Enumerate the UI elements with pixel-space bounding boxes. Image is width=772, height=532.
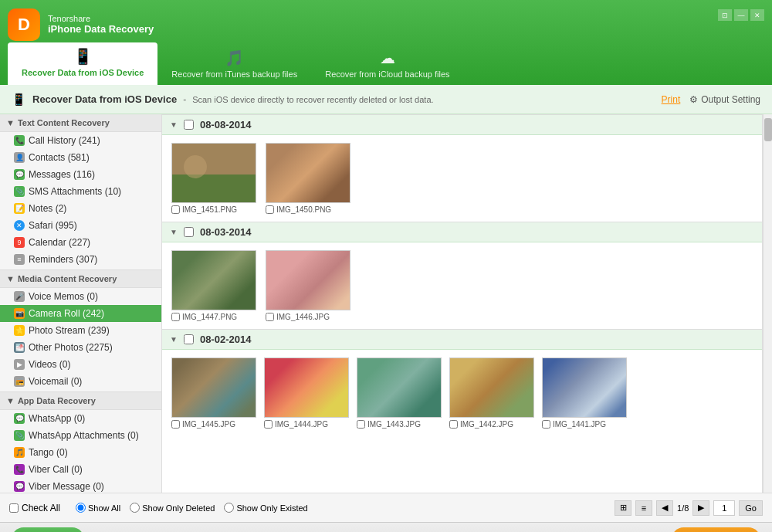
photo-thumb[interactable]	[266, 250, 350, 310]
page-title: Recover Data from iOS Device	[32, 93, 177, 105]
photo-label: IMG_1451.PNG	[171, 205, 256, 214]
date-checkbox-1[interactable]	[184, 120, 194, 130]
photo-checkbox[interactable]	[264, 420, 273, 429]
print-link[interactable]: Print	[662, 94, 681, 105]
photo-thumb[interactable]	[264, 357, 349, 418]
sidebar-item-voice-memos[interactable]: 🎤 Voice Memos (0)	[0, 288, 161, 305]
photo-thumb[interactable]	[171, 143, 256, 203]
check-all-label[interactable]: Check All	[9, 503, 60, 513]
sms-icon: 📎	[14, 186, 25, 197]
sidebar-item-voicemail[interactable]: 📻 Voicemail (0)	[0, 373, 161, 390]
photo-item: IMG_1447.PNG	[171, 250, 256, 321]
sidebar-item-reminders[interactable]: ≡ Reminders (307)	[0, 251, 161, 268]
gear-icon: ⚙	[689, 94, 698, 105]
sidebar-item-contacts[interactable]: 👤 Contacts (581)	[0, 149, 161, 166]
photo-checkbox[interactable]	[357, 420, 365, 429]
show-deleted-radio[interactable]: Show Only Deleted	[130, 503, 215, 513]
restore-button[interactable]: ⊡	[718, 9, 732, 21]
scrollbar[interactable]	[763, 114, 772, 493]
page-description: Scan iOS device directly to recover rece…	[192, 95, 433, 104]
sidebar-section-app[interactable]: ▼ App Data Recovery	[0, 391, 161, 410]
ios-icon: 📱	[73, 47, 93, 66]
icloud-icon: ☁	[380, 49, 395, 67]
photo-checkbox[interactable]	[266, 313, 274, 321]
tab-icloud[interactable]: ☁ Recover from iCloud backup files	[311, 44, 463, 85]
reminders-icon: ≡	[14, 254, 25, 265]
show-all-radio[interactable]: Show All	[76, 503, 120, 513]
sidebar-item-photo-stream[interactable]: 🌟 Photo Stream (239)	[0, 322, 161, 339]
date-header-3: ▼ 08-02-2014	[162, 329, 762, 350]
photo-thumb[interactable]	[171, 357, 256, 418]
sidebar-item-videos[interactable]: ▶ Videos (0)	[0, 356, 161, 373]
app-name: Tenorshare iPhone Data Recovery	[48, 14, 154, 35]
top-info-bar: 📱 Recover Data from iOS Device - Scan iO…	[0, 85, 772, 114]
safari-icon: ✕	[14, 220, 25, 231]
photo-checkbox[interactable]	[449, 420, 458, 429]
sidebar-item-call-history[interactable]: 📞 Call History (241)	[0, 132, 161, 149]
sidebar-item-notes[interactable]: 📝 Notes (2)	[0, 200, 161, 217]
section-arrow-media: ▼	[6, 274, 15, 283]
photo-stream-icon: 🌟	[14, 325, 25, 336]
voicemail-icon: 📻	[14, 376, 25, 387]
sidebar-item-whatsapp-attach[interactable]: 📎 WhatsApp Attachments (0)	[0, 427, 161, 444]
photo-checkbox[interactable]	[171, 420, 180, 429]
list-view-button[interactable]: ≡	[635, 500, 652, 516]
sidebar-item-whatsapp[interactable]: 💬 WhatsApp (0)	[0, 410, 161, 427]
settings-button[interactable]: ⚙ Output Setting	[689, 94, 760, 105]
collapse-arrow-2[interactable]: ▼	[170, 228, 178, 236]
sidebar-item-other-photos[interactable]: 🌁 Other Photos (2275)	[0, 339, 161, 356]
page-number-input[interactable]	[713, 500, 735, 516]
grid-view-button[interactable]: ⊞	[615, 500, 631, 516]
photo-thumb[interactable]	[449, 357, 534, 418]
title-bar: D Tenorshare iPhone Data Recovery ⊡ — ✕ …	[0, 0, 772, 85]
collapse-arrow-1[interactable]: ▼	[170, 120, 178, 129]
page-info: 1/8	[677, 503, 689, 513]
photo-thumb[interactable]	[171, 250, 256, 310]
date-checkbox-2[interactable]	[184, 227, 194, 237]
tab-ios[interactable]: 📱 Recover Data from iOS Device	[8, 42, 157, 85]
photo-thumb[interactable]	[542, 357, 627, 418]
sidebar-section-media[interactable]: ▼ Media Content Recovery	[0, 269, 161, 288]
go-button[interactable]: Go	[739, 500, 763, 516]
date-group-2: ▼ 08-03-2014 IMG_1447.PNG	[162, 222, 762, 329]
whatsapp-icon: 💬	[14, 413, 25, 424]
prev-page-button[interactable]: ◀	[656, 500, 673, 516]
sidebar-item-sms-attachments[interactable]: 📎 SMS Attachments (10)	[0, 183, 161, 200]
voice-memos-icon: 🎤	[14, 291, 25, 302]
scroll-thumb[interactable]	[764, 118, 772, 141]
photo-item: IMG_1450.PNG	[266, 143, 350, 214]
minimize-button[interactable]: —	[734, 9, 748, 21]
show-existed-radio[interactable]: Show Only Existed	[224, 503, 307, 513]
photo-checkbox[interactable]	[542, 420, 550, 429]
sidebar-item-viber-call[interactable]: 📞 Viber Call (0)	[0, 461, 161, 478]
sidebar-item-tango[interactable]: 🎵 Tango (0)	[0, 444, 161, 461]
sidebar-item-messages[interactable]: 💬 Messages (116)	[0, 166, 161, 183]
other-photos-icon: 🌁	[14, 342, 25, 353]
check-all-checkbox[interactable]	[9, 503, 19, 513]
bottom-toolbar: Check All Show All Show Only Deleted Sho…	[0, 493, 772, 522]
recover-button[interactable]: ↩ Recover	[672, 527, 760, 532]
sidebar: ▼ Text Content Recovery 📞 Call History (…	[0, 114, 162, 493]
photo-checkbox[interactable]	[266, 205, 274, 214]
photo-checkbox[interactable]	[171, 205, 180, 214]
sidebar-item-camera-roll[interactable]: 📷 Camera Roll (242)	[0, 305, 161, 322]
photo-thumb[interactable]	[357, 357, 442, 418]
home-button[interactable]: ← Home	[12, 527, 84, 532]
calendar-icon: 9	[14, 237, 25, 248]
next-page-button[interactable]: ▶	[692, 500, 709, 516]
tab-itunes[interactable]: 🎵 Recover from iTunes backup files	[157, 44, 311, 85]
separator: -	[183, 94, 186, 105]
date-checkbox-3[interactable]	[184, 334, 194, 344]
sidebar-item-safari[interactable]: ✕ Safari (995)	[0, 217, 161, 234]
sidebar-item-viber-message[interactable]: 💬 Viber Message (0)	[0, 478, 161, 493]
collapse-arrow-3[interactable]: ▼	[170, 335, 178, 344]
sidebar-section-text[interactable]: ▼ Text Content Recovery	[0, 114, 161, 132]
whatsapp-attach-icon: 📎	[14, 430, 25, 441]
photo-thumb[interactable]	[266, 143, 350, 203]
photo-item: IMG_1444.JPG	[264, 357, 349, 429]
photo-checkbox[interactable]	[171, 313, 180, 321]
call-history-icon: 📞	[14, 135, 25, 146]
sidebar-item-calendar[interactable]: 9 Calendar (227)	[0, 234, 161, 251]
close-button[interactable]: ✕	[750, 9, 764, 21]
contacts-icon: 👤	[14, 152, 25, 163]
